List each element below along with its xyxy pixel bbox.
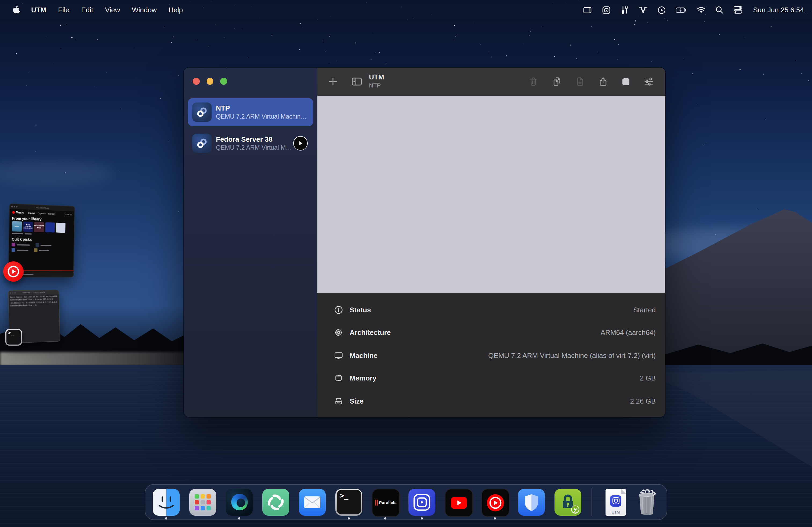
album-cover: RELAX bbox=[12, 221, 22, 231]
utm-document-label: UTM bbox=[605, 510, 627, 514]
detail-value: ARM64 (aarch64) bbox=[601, 329, 656, 337]
dock-element-icon[interactable] bbox=[262, 488, 289, 515]
vm-list: NTP QEMU 7.2 ARM Virtual Machin… Fedora … bbox=[188, 98, 313, 157]
detail-value: 2.26 GB bbox=[630, 397, 656, 405]
vm-list-item-ntp[interactable]: NTP QEMU 7.2 ARM Virtual Machin… bbox=[188, 98, 313, 126]
dock-finder-icon[interactable] bbox=[153, 488, 180, 515]
detail-label: Size bbox=[350, 397, 364, 405]
detail-row-status: Status Started bbox=[333, 298, 656, 321]
music-nav: Home Explore Library bbox=[28, 211, 56, 215]
detail-row-memory: Memory 2 GB bbox=[333, 367, 656, 390]
start-vm-button[interactable] bbox=[293, 136, 308, 151]
window-subtitle: NTP bbox=[369, 81, 384, 89]
fedora-logo-icon bbox=[192, 103, 212, 122]
dock-terminal-icon[interactable]: >_ bbox=[335, 488, 362, 515]
running-indicator bbox=[348, 517, 350, 519]
detail-value: QEMU 7.2 ARM Virtual Machine (alias of v… bbox=[488, 351, 656, 360]
dock-youtube-icon[interactable] bbox=[445, 488, 472, 515]
menu-window[interactable]: Window bbox=[126, 0, 163, 20]
vm-description: QEMU 7.2 ARM Virtual M… bbox=[216, 144, 292, 151]
dock-trash-icon[interactable] bbox=[635, 488, 659, 515]
menu-bar: UTM File Edit View Window Help bbox=[0, 0, 812, 20]
utm-mini-icon bbox=[610, 495, 621, 506]
cpu-icon bbox=[333, 328, 344, 338]
album-cover: NEVER MEANT TO BE bbox=[34, 222, 44, 232]
dock-youtube-music-icon[interactable] bbox=[481, 488, 508, 515]
terminal-preview-traffic-lights bbox=[10, 292, 16, 293]
detail-row-architecture: Architecture ARM64 (aarch64) bbox=[333, 321, 656, 344]
detail-row-size: Size 2.26 GB bbox=[333, 390, 656, 412]
menu-app-utm[interactable]: UTM bbox=[25, 0, 52, 20]
detail-value: Started bbox=[633, 306, 656, 314]
screen: UTM File Edit View Window Help bbox=[0, 0, 812, 527]
music-preview-traffic-lights bbox=[11, 206, 17, 207]
vm-sidebar: NTP QEMU 7.2 ARM Virtual Machin… Fedora … bbox=[184, 67, 317, 417]
running-indicator bbox=[384, 517, 387, 519]
delete-vm-button[interactable] bbox=[524, 67, 543, 95]
menu-file[interactable]: File bbox=[52, 0, 75, 20]
new-vm-button[interactable] bbox=[323, 67, 343, 95]
running-indicator bbox=[421, 517, 423, 519]
menu-bar-clock[interactable]: Sun Jun 25 6:54 bbox=[748, 6, 812, 14]
wifi-icon[interactable] bbox=[692, 6, 711, 13]
vm-display-area[interactable] bbox=[317, 96, 665, 293]
detail-row-machine: Machine QEMU 7.2 ARM Virtual Machine (al… bbox=[333, 344, 656, 367]
album-cover bbox=[56, 223, 66, 233]
dock-utm-icon[interactable] bbox=[408, 488, 435, 515]
tools-status-icon[interactable] bbox=[616, 6, 634, 14]
window-title: UTM bbox=[369, 73, 384, 81]
detail-label: Memory bbox=[350, 374, 376, 382]
vm-name: NTP bbox=[216, 104, 307, 113]
parallels-label: Parallels bbox=[379, 500, 396, 505]
parallels-bars bbox=[375, 500, 378, 506]
vm-details-panel: Status Started Architecture ARM64 (aarch… bbox=[317, 293, 665, 417]
battery-charging-icon[interactable] bbox=[671, 7, 692, 13]
running-indicator bbox=[165, 517, 167, 519]
vm-name: Fedora Server 38 bbox=[216, 135, 292, 144]
detail-label: Architecture bbox=[350, 329, 391, 337]
vm-main-panel: UTM NTP bbox=[317, 67, 665, 417]
menu-edit[interactable]: Edit bbox=[75, 0, 99, 20]
dock-divider bbox=[592, 488, 592, 516]
move-vm-button[interactable] bbox=[570, 67, 590, 95]
dock-parallels-icon[interactable]: Parallels bbox=[372, 488, 399, 515]
clone-vm-button[interactable] bbox=[547, 67, 567, 95]
utm-status-icon[interactable] bbox=[597, 6, 616, 14]
dock-lock-key-app-icon[interactable]: y bbox=[554, 488, 581, 515]
zoom-button[interactable] bbox=[220, 78, 227, 85]
close-button[interactable] bbox=[193, 78, 200, 85]
vm-list-item-fedora-server-38[interactable]: Fedora Server 38 QEMU 7.2 ARM Virtual M… bbox=[188, 129, 313, 157]
running-indicator bbox=[494, 517, 496, 519]
dock-shield-app-icon[interactable] bbox=[518, 488, 545, 515]
v-app-status-icon[interactable] bbox=[634, 6, 653, 14]
lock-app-badge: y bbox=[571, 505, 579, 513]
window-title-block: UTM NTP bbox=[369, 73, 384, 89]
share-button[interactable] bbox=[593, 67, 613, 95]
stop-vm-button[interactable] bbox=[616, 67, 635, 95]
play-circle-status-icon[interactable] bbox=[653, 6, 671, 14]
toggle-sidebar-button[interactable] bbox=[347, 67, 366, 95]
menu-help[interactable]: Help bbox=[162, 0, 189, 20]
info-icon bbox=[333, 305, 344, 315]
menu-view[interactable]: View bbox=[99, 0, 126, 20]
dock-launchpad-icon[interactable] bbox=[189, 488, 216, 515]
dock-microsoft-edge-icon[interactable] bbox=[226, 488, 253, 515]
album-cover: DUKE DUMONT OCEAN DRIVE bbox=[23, 222, 33, 232]
minimize-button[interactable] bbox=[206, 78, 213, 85]
detail-value: 2 GB bbox=[640, 374, 656, 382]
vm-description: QEMU 7.2 ARM Virtual Machin… bbox=[216, 113, 307, 120]
youtube-music-badge-icon[interactable] bbox=[3, 261, 24, 282]
terminal-badge-icon[interactable]: >_ bbox=[5, 329, 22, 346]
edit-settings-button[interactable] bbox=[639, 67, 658, 95]
dock-mail-icon[interactable] bbox=[299, 488, 326, 515]
terminal-preview-title: hamster — -zsh — 80×24 bbox=[23, 291, 45, 294]
display-status-icon[interactable] bbox=[578, 6, 597, 14]
disk-drive-icon bbox=[333, 396, 344, 406]
utm-window: NTP QEMU 7.2 ARM Virtual Machin… Fedora … bbox=[184, 67, 665, 417]
youtube-music-logo: Music bbox=[12, 211, 24, 214]
apple-menu-icon[interactable] bbox=[9, 5, 25, 15]
dock-utm-document-icon[interactable]: UTM bbox=[602, 488, 625, 515]
spotlight-search-icon[interactable] bbox=[711, 6, 728, 14]
control-center-icon[interactable] bbox=[728, 6, 748, 14]
detail-label: Machine bbox=[350, 351, 378, 360]
